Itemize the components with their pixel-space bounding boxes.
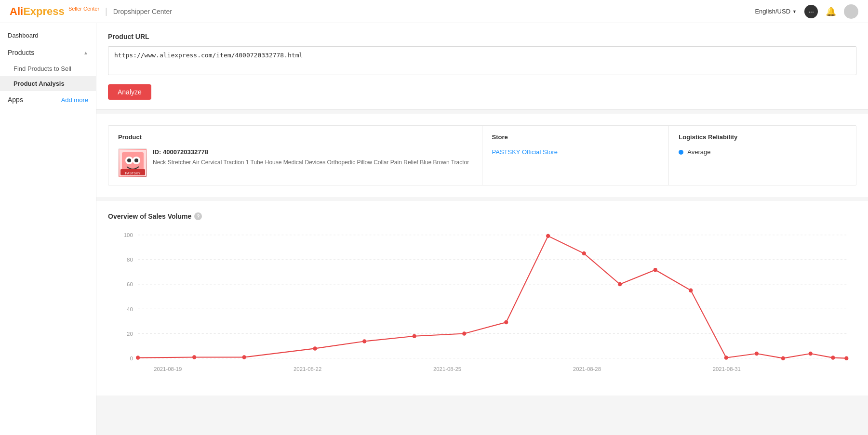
svg-point-30: [413, 334, 416, 339]
header-divider: |: [105, 6, 107, 16]
analyze-button[interactable]: Analyze: [108, 84, 151, 100]
sidebar: Dashboard Products ▲ Find Products to Se…: [0, 23, 96, 435]
svg-point-37: [689, 289, 693, 293]
header-right: English/USD ··· 🔔: [755, 4, 858, 19]
svg-text:2021-08-31: 2021-08-31: [713, 366, 741, 372]
message-icon[interactable]: ···: [804, 5, 818, 18]
svg-text:0: 0: [130, 356, 133, 361]
svg-point-26: [192, 355, 196, 359]
svg-point-35: [618, 282, 622, 287]
svg-point-41: [809, 352, 813, 356]
language-button[interactable]: English/USD: [755, 8, 797, 15]
product-image-svg: PASTSKY: [120, 150, 146, 176]
product-thumb-inner: PASTSKY: [119, 149, 147, 177]
product-info-grid: Product: [108, 125, 856, 185]
products-expand-icon: ▲: [83, 50, 88, 55]
product-url-section: Product URL https://www.aliexpress.com/i…: [96, 23, 868, 110]
store-column: Store PASTSKY Official Store: [482, 126, 669, 185]
product-info-section: Product: [96, 114, 868, 197]
product-name: Neck Stretcher Air Cervical Traction 1 T…: [153, 158, 469, 167]
product-id: ID: 4000720332778: [153, 148, 469, 156]
sales-chart-container: 100 80 60 40 20 0 2021-08-19 2021-08-22 …: [108, 230, 856, 384]
sales-chart-svg: 100 80 60 40 20 0 2021-08-19 2021-08-22 …: [108, 230, 856, 384]
product-row: PASTSKY ID: 4000720332778 Neck Stretcher…: [118, 148, 472, 177]
sidebar-item-dashboard[interactable]: Dashboard: [0, 27, 96, 44]
logo-ali-text: Ali: [10, 5, 23, 17]
user-avatar[interactable]: [844, 4, 858, 19]
store-link[interactable]: PASTSKY Official Store: [492, 148, 659, 156]
header-title: Dropshipper Center: [113, 8, 172, 15]
sidebar-item-find-products[interactable]: Find Products to Sell: [0, 61, 96, 76]
sidebar-item-apps: Apps Add more: [0, 91, 96, 108]
product-url-label: Product URL: [108, 33, 856, 40]
svg-point-36: [654, 268, 657, 272]
svg-text:PASTSKY: PASTSKY: [125, 171, 140, 175]
svg-text:100: 100: [124, 232, 133, 238]
svg-text:2021-08-19: 2021-08-19: [154, 366, 182, 372]
sidebar-item-product-analysis[interactable]: Product Analysis: [0, 76, 96, 91]
svg-point-27: [242, 355, 246, 359]
main-content: Product URL https://www.aliexpress.com/i…: [96, 23, 868, 435]
svg-text:2021-08-25: 2021-08-25: [433, 366, 461, 372]
svg-point-40: [781, 356, 785, 360]
svg-point-31: [462, 331, 466, 336]
svg-point-25: [136, 356, 140, 360]
product-thumbnail: PASTSKY: [118, 148, 147, 177]
store-column-header: Store: [492, 133, 659, 141]
svg-point-4: [127, 158, 131, 162]
svg-point-42: [831, 356, 835, 360]
header: AliExpress Seller Center | Dropshipper C…: [0, 0, 868, 23]
svg-point-38: [724, 356, 728, 360]
svg-point-33: [546, 234, 550, 238]
svg-point-28: [313, 346, 317, 351]
product-column: Product: [108, 126, 482, 185]
header-left: AliExpress Seller Center | Dropshipper C…: [10, 5, 172, 18]
notification-bell-icon[interactable]: 🔔: [826, 6, 836, 17]
logo: AliExpress Seller Center: [10, 5, 99, 18]
logistics-column-header: Logistics Reliability: [679, 133, 846, 141]
product-url-input[interactable]: https://www.aliexpress.com/item/40007203…: [108, 46, 856, 75]
svg-point-34: [582, 251, 586, 256]
logo-express-text: Express: [23, 5, 65, 17]
layout: Dashboard Products ▲ Find Products to Se…: [0, 23, 868, 435]
svg-point-5: [134, 158, 138, 162]
svg-point-29: [362, 339, 366, 343]
svg-text:40: 40: [127, 306, 133, 312]
svg-point-32: [504, 320, 508, 325]
svg-text:2021-08-28: 2021-08-28: [573, 366, 601, 372]
sales-volume-section: Overview of Sales Volume ? 100 80 60 40: [96, 201, 868, 395]
seller-center-sub: Seller Center: [68, 6, 99, 12]
svg-point-43: [844, 356, 848, 360]
product-column-header: Product: [118, 133, 472, 141]
apps-label: Apps: [8, 96, 23, 104]
sidebar-item-products[interactable]: Products ▲: [0, 44, 96, 61]
svg-point-39: [755, 352, 759, 356]
products-label: Products: [8, 49, 34, 56]
sales-volume-title: Overview of Sales Volume ?: [108, 212, 856, 220]
logistics-column: Logistics Reliability Average: [669, 126, 856, 185]
svg-text:80: 80: [127, 257, 133, 263]
svg-text:60: 60: [127, 281, 133, 287]
svg-text:20: 20: [127, 331, 133, 337]
help-icon[interactable]: ?: [194, 212, 202, 220]
sales-title-text: Overview of Sales Volume: [108, 212, 191, 220]
add-more-link[interactable]: Add more: [61, 96, 88, 104]
logistics-status: Average: [679, 148, 846, 156]
logistics-status-text: Average: [687, 148, 710, 156]
find-products-label: Find Products to Sell: [13, 65, 71, 72]
dashboard-label: Dashboard: [8, 32, 39, 39]
logistics-dot-icon: [679, 150, 683, 155]
product-details: ID: 4000720332778 Neck Stretcher Air Cer…: [153, 148, 469, 167]
product-analysis-label: Product Analysis: [13, 80, 65, 87]
svg-text:2021-08-22: 2021-08-22: [294, 366, 321, 372]
